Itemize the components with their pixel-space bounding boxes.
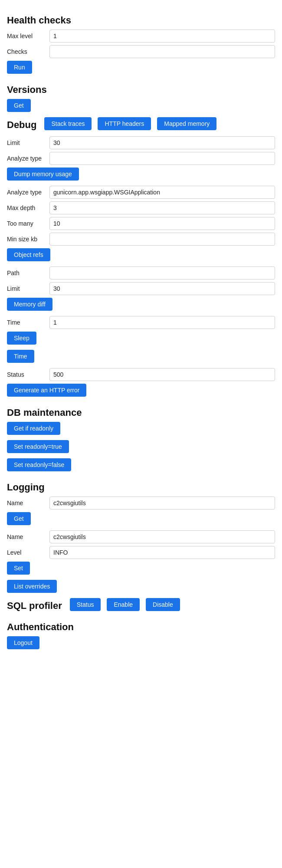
sleep-btn-row: Sleep <box>7 332 275 347</box>
debug-min-size-row: Min size kb <box>7 233 275 246</box>
logging-name-label: Name <box>7 500 46 506</box>
debug-status-row: Status <box>7 368 275 381</box>
logging-set-btn-row: Set <box>7 562 275 577</box>
dump-memory-btn-row: Dump memory usage <box>7 168 275 183</box>
health-checks-title: Health checks <box>7 15 275 26</box>
debug-analyze-type2-row: Analyze type <box>7 186 275 199</box>
db-maintenance-btn-row: Get if readonly <box>7 422 275 437</box>
logging-get-btn-row: Get <box>7 512 275 528</box>
max-level-row: Max level <box>7 30 275 43</box>
debug-limit2-row: Limit <box>7 282 275 295</box>
debug-limit-input[interactable] <box>49 136 275 149</box>
set-readonly-false-btn-row: Set readonly=false <box>7 458 275 474</box>
logging-get-button[interactable]: Get <box>7 512 31 525</box>
debug-limit-label: Limit <box>7 139 46 146</box>
set-readonly-false-button[interactable]: Set readonly=false <box>7 458 71 471</box>
debug-max-depth-input[interactable] <box>49 201 275 214</box>
http-headers-button[interactable]: HTTP headers <box>98 117 151 130</box>
debug-status-input[interactable] <box>49 368 275 381</box>
object-refs-button[interactable]: Object refs <box>7 248 50 261</box>
debug-header-row: Debug Stack traces HTTP headers Mapped m… <box>7 117 275 133</box>
debug-too-many-row: Too many <box>7 217 275 230</box>
debug-status-label: Status <box>7 371 46 378</box>
set-readonly-true-button[interactable]: Set readonly=true <box>7 440 69 453</box>
memory-diff-button[interactable]: Memory diff <box>7 298 52 311</box>
debug-time-row: Time <box>7 316 275 329</box>
debug-analyze-type2-label: Analyze type <box>7 189 46 196</box>
debug-min-size-input[interactable] <box>49 233 275 246</box>
logging-name2-label: Name <box>7 533 46 540</box>
debug-limit-row: Limit <box>7 136 275 149</box>
logging-list-overrides-button[interactable]: List overrides <box>7 580 57 593</box>
run-button[interactable]: Run <box>7 61 32 74</box>
dump-memory-button[interactable]: Dump memory usage <box>7 168 79 181</box>
logging-level-label: Level <box>7 549 46 556</box>
debug-limit2-input[interactable] <box>49 282 275 295</box>
debug-path-row: Path <box>7 266 275 279</box>
debug-max-depth-row: Max depth <box>7 201 275 214</box>
sql-profiler-status-button[interactable]: Status <box>70 598 101 611</box>
authentication-logout-btn-row: Logout <box>7 636 275 652</box>
logging-level-input[interactable] <box>49 546 275 559</box>
checks-row: Checks <box>7 45 275 58</box>
run-btn-row: Run <box>7 61 275 76</box>
time-button[interactable]: Time <box>7 350 34 363</box>
logging-set-button[interactable]: Set <box>7 562 30 575</box>
debug-analyze-type2-input[interactable] <box>49 186 275 199</box>
logging-name2-row: Name <box>7 530 275 543</box>
debug-too-many-input[interactable] <box>49 217 275 230</box>
versions-get-btn-row: Get <box>7 99 275 115</box>
stack-traces-button[interactable]: Stack traces <box>44 117 92 130</box>
debug-analyze-type-input[interactable] <box>49 152 275 165</box>
max-level-label: Max level <box>7 33 46 39</box>
memory-diff-btn-row: Memory diff <box>7 298 275 313</box>
logout-button[interactable]: Logout <box>7 636 39 649</box>
debug-limit2-label: Limit <box>7 285 46 292</box>
debug-time-label: Time <box>7 319 46 326</box>
debug-max-depth-label: Max depth <box>7 204 46 211</box>
logging-name2-input[interactable] <box>49 530 275 543</box>
sql-profiler-enable-button[interactable]: Enable <box>107 598 140 611</box>
logging-name-row: Name <box>7 496 275 510</box>
logging-name-input[interactable] <box>49 496 275 510</box>
get-if-readonly-button[interactable]: Get if readonly <box>7 422 60 435</box>
checks-label: Checks <box>7 48 46 55</box>
debug-path-input[interactable] <box>49 266 275 279</box>
debug-analyze-type-label: Analyze type <box>7 155 46 162</box>
mapped-memory-button[interactable]: Mapped memory <box>157 117 216 130</box>
debug-too-many-label: Too many <box>7 220 46 227</box>
logging-title: Logging <box>7 482 275 493</box>
sql-profiler-header-row: SQL profiler Status Enable Disable <box>7 598 275 614</box>
set-readonly-true-btn-row: Set readonly=true <box>7 440 275 456</box>
sleep-button[interactable]: Sleep <box>7 332 36 345</box>
debug-analyze-type-row: Analyze type <box>7 152 275 165</box>
logging-level-row: Level <box>7 546 275 559</box>
debug-path-label: Path <box>7 270 46 276</box>
db-maintenance-title: DB maintenance <box>7 407 275 418</box>
generate-http-error-btn-row: Generate an HTTP error <box>7 384 275 399</box>
max-level-input[interactable] <box>49 30 275 43</box>
versions-title: Versions <box>7 84 275 95</box>
generate-http-error-button[interactable]: Generate an HTTP error <box>7 384 86 397</box>
versions-get-button[interactable]: Get <box>7 99 31 112</box>
object-refs-btn-row: Object refs <box>7 248 275 264</box>
sql-profiler-title: SQL profiler <box>7 600 62 612</box>
authentication-title: Authentication <box>7 621 275 633</box>
checks-input[interactable] <box>49 45 275 58</box>
time-btn-row: Time <box>7 350 275 365</box>
sql-profiler-disable-button[interactable]: Disable <box>146 598 180 611</box>
debug-title: Debug <box>7 119 36 131</box>
debug-min-size-label: Min size kb <box>7 236 46 243</box>
debug-time-input[interactable] <box>49 316 275 329</box>
logging-list-overrides-btn-row: List overrides <box>7 580 275 595</box>
